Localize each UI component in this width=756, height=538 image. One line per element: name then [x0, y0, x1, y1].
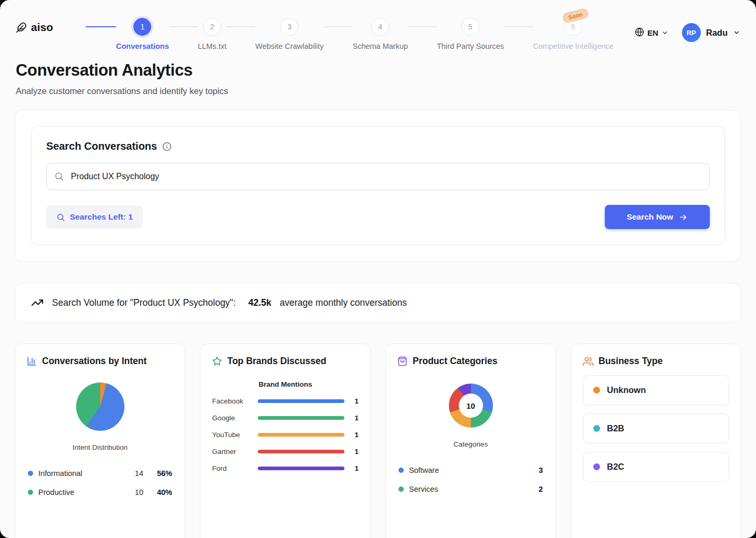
intent-card: Conversations by Intent Intent Distribut…: [15, 344, 185, 538]
legend-percentage: 40%: [157, 488, 172, 496]
step-number: 2: [203, 18, 221, 36]
business-type-item: B2B: [583, 413, 729, 443]
legend-item: Software 3: [397, 461, 544, 480]
header-controls: EN RP Radu: [635, 16, 740, 42]
chevron-down-icon: [662, 29, 668, 36]
legend-count: 10: [135, 488, 143, 496]
step-label: Website Crawlability: [255, 42, 323, 50]
legend-dot: [28, 471, 33, 476]
volume-unit: average monthly conversations: [280, 297, 407, 308]
legend-item: Informational 14 56%: [27, 464, 173, 483]
step-schema-markup[interactable]: 4 Schema Markup: [352, 18, 408, 50]
brand-bar: [258, 467, 344, 470]
page-title: Conversation Analytics: [16, 61, 740, 80]
search-card-inner: Search Conversations Searches Left: 1: [31, 126, 725, 245]
page-container: aiso 1 Conversations 2 LLMs.txt 3 Websit…: [0, 0, 756, 538]
step-competitive-intelligence: Soon 6 Competitive Intelligence: [533, 18, 614, 50]
trending-up-icon: [31, 296, 44, 309]
brand-row: YouTube 1: [212, 431, 359, 439]
step-label: Third Party Sources: [437, 42, 504, 50]
brand-bar: [258, 399, 344, 403]
categories-donut-chart: 10: [449, 384, 493, 428]
brand-label: Facebook: [212, 397, 251, 405]
user-menu[interactable]: RP Radu: [682, 23, 740, 42]
brand-mentions-subtitle: Brand Mentions: [212, 380, 359, 388]
brand-value: 1: [351, 414, 359, 422]
business-type-dot: [593, 387, 600, 394]
users-icon: [583, 356, 593, 367]
legend-dot: [398, 487, 404, 492]
business-type-dot: [593, 463, 600, 470]
step-connector: [324, 26, 353, 27]
searches-left-chip[interactable]: Searches Left: 1: [46, 205, 143, 229]
brand-label: Gartner: [212, 448, 251, 456]
business-type-label: Unknown: [607, 385, 646, 395]
brand-value: 1: [351, 448, 359, 456]
legend-label: Productive: [38, 488, 130, 496]
brand-row: Google 1: [212, 414, 359, 422]
legend-item: Productive 10 40%: [27, 483, 173, 502]
donut-center-value: 10: [459, 394, 483, 418]
volume-label: Search Volume for "Product UX Psychology…: [52, 297, 236, 308]
step-label: LLMs.txt: [198, 42, 227, 50]
analytics-cards: Conversations by Intent Intent Distribut…: [15, 344, 741, 538]
search-input[interactable]: [46, 163, 710, 190]
search-card: Search Conversations Searches Left: 1: [15, 110, 741, 262]
language-label: EN: [647, 28, 658, 37]
step-number: 4: [371, 18, 389, 36]
business-type-item: B2C: [583, 452, 729, 482]
step-third-party-sources[interactable]: 5 Third Party Sources: [437, 18, 504, 50]
user-name: Radu: [706, 28, 728, 38]
search-volume-banner: Search Volume for "Product UX Psychology…: [15, 283, 741, 323]
step-conversations[interactable]: 1 Conversations: [116, 18, 169, 50]
legend-percentage: 56%: [157, 469, 172, 478]
shopping-bag-icon: [397, 356, 407, 366]
business-type-dot: [593, 425, 600, 432]
legend-label: Informational: [38, 469, 130, 478]
business-type-label: B2C: [607, 462, 624, 472]
avatar: RP: [682, 23, 701, 42]
card-title: Conversations by Intent: [42, 356, 146, 367]
arrow-right-icon: [679, 213, 688, 222]
step-connector: [504, 26, 533, 27]
brands-card: Top Brands Discussed Brand Mentions Face…: [200, 344, 371, 538]
step-llms-txt[interactable]: 2 LLMs.txt: [198, 18, 227, 50]
search-title: Search Conversations: [46, 140, 157, 152]
legend-dot: [398, 468, 404, 473]
stepper-nav: 1 Conversations 2 LLMs.txt 3 Website Cra…: [86, 16, 614, 50]
searches-left-label: Searches Left: 1: [70, 212, 133, 222]
brand-row: Facebook 1: [212, 397, 359, 405]
card-title: Product Categories: [413, 356, 497, 367]
card-title: Top Brands Discussed: [227, 356, 326, 367]
star-icon: [212, 356, 222, 366]
search-icon: [56, 213, 65, 222]
brand-value: 1: [351, 464, 359, 472]
language-selector[interactable]: EN: [635, 27, 668, 38]
bar-chart-icon: [27, 356, 37, 366]
intent-pie-chart: [76, 382, 124, 431]
title-block: Conversation Analytics Analyze customer …: [0, 50, 756, 96]
app-logo[interactable]: aiso: [16, 16, 53, 34]
categories-chart-caption: Categories: [397, 440, 544, 448]
legend-label: Software: [409, 466, 533, 474]
step-label: Conversations: [116, 42, 169, 50]
step-number: 1: [133, 18, 151, 36]
chevron-down-icon: [733, 29, 740, 36]
legend-count: 3: [539, 466, 543, 474]
step-connector: [226, 26, 255, 27]
brand-label: Ford: [212, 464, 251, 472]
brand-label: YouTube: [212, 431, 251, 439]
search-now-label: Search Now: [627, 212, 674, 222]
legend-count: 2: [539, 485, 543, 493]
step-connector: [408, 26, 437, 27]
search-now-button[interactable]: Search Now: [605, 205, 710, 229]
step-number: 5: [461, 18, 479, 36]
business-type-label: B2B: [607, 423, 624, 433]
step-website-crawlability[interactable]: 3 Website Crawlability: [255, 18, 323, 50]
intent-chart-caption: Intent Distribution: [27, 443, 173, 451]
search-icon: [54, 171, 64, 183]
info-icon[interactable]: [162, 142, 172, 151]
page-subtitle: Analyze customer conversations and ident…: [16, 86, 740, 96]
feather-icon: [16, 22, 27, 33]
business-card: Business Type Unknown B2B B2C: [571, 344, 741, 538]
